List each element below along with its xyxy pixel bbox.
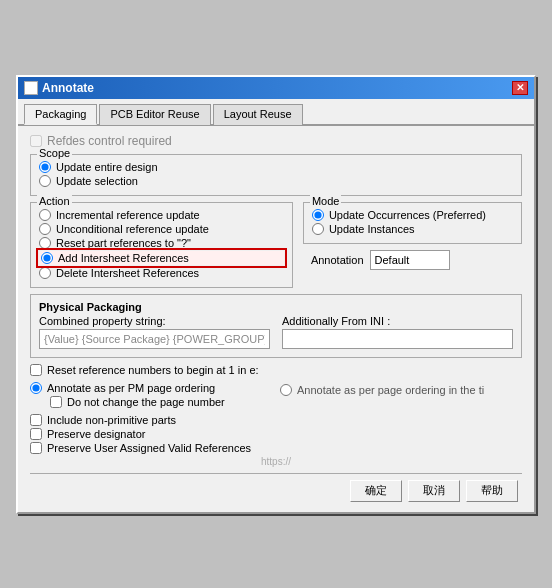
annotate-page-row: Annotate as per page ordering in the ti: [280, 384, 522, 396]
action-delete-intersheet-label: Delete Intersheet References: [56, 267, 199, 279]
scope-update-entire-label: Update entire design: [56, 161, 158, 173]
action-incremental-radio[interactable]: [39, 209, 51, 221]
preserve-designator-checkbox[interactable]: [30, 428, 42, 440]
action-reset-part-radio[interactable]: [39, 237, 51, 249]
include-non-primitive-label: Include non-primitive parts: [47, 414, 176, 426]
tab-bar: Packaging PCB Editor Reuse Layout Reuse: [18, 99, 534, 126]
action-add-intersheet-radio[interactable]: [41, 252, 53, 264]
preserve-valid-label: Preserve User Assigned Valid References: [47, 442, 251, 454]
preserve-designator-label: Preserve designator: [47, 428, 145, 440]
no-change-row: Do not change the page number: [30, 396, 272, 408]
help-button[interactable]: 帮助: [466, 480, 518, 502]
preserve-valid-checkbox[interactable]: [30, 442, 42, 454]
annotation-select-wrapper: Default: [370, 250, 450, 270]
mode-update-occurrences-label: Update Occurrences (Preferred): [329, 209, 486, 221]
ok-button[interactable]: 确定: [350, 480, 402, 502]
action-delete-intersheet-row: Delete Intersheet References: [39, 267, 284, 279]
main-window: Annotate ✕ Packaging PCB Editor Reuse La…: [16, 75, 536, 514]
physical-packaging-title: Physical Packaging: [39, 301, 513, 313]
mode-update-instances-radio[interactable]: [312, 223, 324, 235]
tab-pcb-editor-reuse[interactable]: PCB Editor Reuse: [99, 104, 210, 125]
mode-update-instances-row: Update Instances: [312, 223, 513, 235]
reset-reference-label: Reset reference numbers to begin at 1 in…: [47, 364, 259, 376]
action-add-intersheet-row: Add Intersheet References: [39, 251, 284, 265]
bottom-section: Reset reference numbers to begin at 1 in…: [30, 364, 522, 454]
reset-reference-checkbox[interactable]: [30, 364, 42, 376]
action-delete-intersheet-radio[interactable]: [39, 267, 51, 279]
combined-field-group: Combined property string:: [39, 315, 270, 349]
annotate-page-radio[interactable]: [280, 384, 292, 396]
additionally-label: Additionally From INI :: [282, 315, 513, 327]
watermark: https://: [30, 456, 522, 467]
physical-packaging-fields: Combined property string: Additionally F…: [39, 315, 513, 349]
mode-update-occurrences-radio[interactable]: [312, 209, 324, 221]
reset-reference-row: Reset reference numbers to begin at 1 in…: [30, 364, 522, 376]
mode-update-instances-label: Update Instances: [329, 223, 415, 235]
scope-update-entire-row: Update entire design: [39, 161, 513, 173]
additionally-input[interactable]: [282, 329, 513, 349]
action-unconditional-label: Unconditional reference update: [56, 223, 209, 235]
cancel-button[interactable]: 取消: [408, 480, 460, 502]
physical-packaging-group: Physical Packaging Combined property str…: [30, 294, 522, 358]
include-non-primitive-row: Include non-primitive parts: [30, 414, 522, 426]
scope-update-selection-row: Update selection: [39, 175, 513, 187]
annotation-label: Annotation: [311, 254, 364, 266]
scope-group-label: Scope: [37, 147, 72, 159]
mode-group-label: Mode: [310, 195, 342, 207]
action-reset-part-row: Reset part references to "?": [39, 237, 284, 249]
action-mode-row: Action Incremental reference update Unco…: [30, 202, 522, 294]
annotate-pm-radio[interactable]: [30, 382, 42, 394]
refdes-control-row: Refdes control required: [30, 134, 522, 148]
action-group: Action Incremental reference update Unco…: [30, 202, 293, 288]
annotate-page-label: Annotate as per page ordering in the ti: [297, 384, 484, 396]
tab-layout-reuse[interactable]: Layout Reuse: [213, 104, 303, 125]
scope-update-selection-radio[interactable]: [39, 175, 51, 187]
close-button[interactable]: ✕: [512, 81, 528, 95]
mode-annotation-section: Mode Update Occurrences (Preferred) Upda…: [303, 202, 522, 294]
annotate-page-col: Annotate as per page ordering in the ti: [280, 380, 522, 410]
preserve-valid-row: Preserve User Assigned Valid References: [30, 442, 522, 454]
action-section: Action Incremental reference update Unco…: [30, 202, 293, 294]
titlebar: Annotate ✕: [18, 77, 534, 99]
annotation-row: Annotation Default: [303, 250, 522, 270]
action-incremental-label: Incremental reference update: [56, 209, 200, 221]
combined-label: Combined property string:: [39, 315, 270, 327]
action-incremental-row: Incremental reference update: [39, 209, 284, 221]
action-reset-part-label: Reset part references to "?": [56, 237, 191, 249]
action-add-intersheet-label: Add Intersheet References: [58, 252, 189, 264]
annotate-pm-col: Annotate as per PM page ordering Do not …: [30, 380, 272, 410]
button-row: 确定 取消 帮助: [30, 473, 522, 502]
scope-group: Scope Update entire design Update select…: [30, 154, 522, 196]
mode-update-occurrences-row: Update Occurrences (Preferred): [312, 209, 513, 221]
annotate-pm-label: Annotate as per PM page ordering: [47, 382, 215, 394]
action-group-label: Action: [37, 195, 72, 207]
include-non-primitive-checkbox[interactable]: [30, 414, 42, 426]
no-change-checkbox[interactable]: [50, 396, 62, 408]
scope-update-selection-label: Update selection: [56, 175, 138, 187]
action-unconditional-radio[interactable]: [39, 223, 51, 235]
scope-update-entire-radio[interactable]: [39, 161, 51, 173]
refdes-control-checkbox[interactable]: [30, 135, 42, 147]
combined-input[interactable]: [39, 329, 270, 349]
preserve-designator-row: Preserve designator: [30, 428, 522, 440]
no-change-label: Do not change the page number: [67, 396, 225, 408]
refdes-control-label: Refdes control required: [47, 134, 172, 148]
titlebar-left: Annotate: [24, 81, 94, 95]
tab-packaging[interactable]: Packaging: [24, 104, 97, 125]
tab-content: Refdes control required Scope Update ent…: [18, 126, 534, 512]
annotate-pm-row: Annotate as per PM page ordering: [30, 382, 272, 394]
window-title: Annotate: [42, 81, 94, 95]
additionally-field-group: Additionally From INI :: [282, 315, 513, 349]
mode-group: Mode Update Occurrences (Preferred) Upda…: [303, 202, 522, 244]
annotation-select[interactable]: Default: [370, 250, 450, 270]
app-icon: [24, 81, 38, 95]
action-unconditional-row: Unconditional reference update: [39, 223, 284, 235]
annotate-two-col: Annotate as per PM page ordering Do not …: [30, 380, 522, 410]
